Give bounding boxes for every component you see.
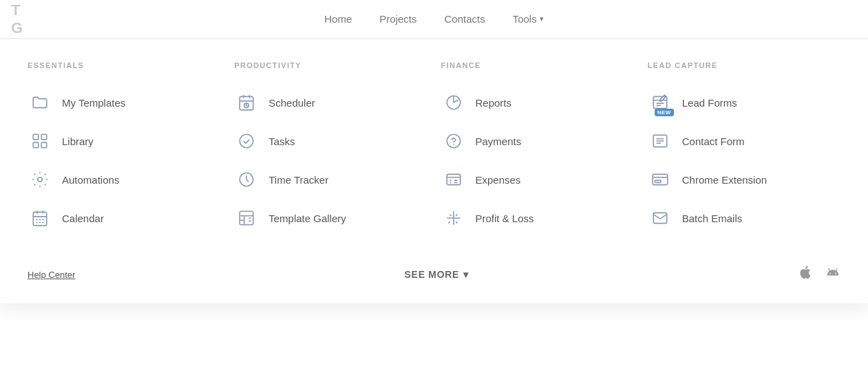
chrome-extension-label: Chrome Extension — [682, 174, 767, 186]
svg-rect-1 — [41, 134, 47, 140]
mega-menu: ESSENTIALS My Templates Library Automati… — [0, 39, 868, 303]
section-lead-capture-title: LEAD CAPTURE — [648, 61, 840, 69]
menu-item-expenses[interactable]: Expenses — [441, 160, 634, 199]
svg-point-12 — [447, 134, 461, 148]
svg-rect-2 — [33, 142, 39, 148]
help-center-link[interactable]: Help Center — [28, 270, 75, 280]
nav-projects-link[interactable]: Projects — [379, 13, 416, 25]
android-icon[interactable] — [825, 265, 840, 284]
nav-contacts-link[interactable]: Contacts — [444, 13, 485, 25]
section-lead-capture: LEAD CAPTURE NEW Lead Forms Contact Form — [648, 61, 840, 237]
section-essentials-title: ESSENTIALS — [28, 61, 220, 69]
contact-form-icon — [648, 129, 673, 153]
menu-item-my-templates[interactable]: My Templates — [28, 83, 220, 122]
menu-item-batch-emails[interactable]: Batch Emails — [648, 199, 840, 237]
svg-rect-17 — [655, 180, 661, 182]
contact-form-label: Contact Form — [682, 136, 745, 147]
my-templates-label: My Templates — [62, 97, 125, 109]
new-badge: NEW — [655, 109, 674, 116]
menu-item-tasks[interactable]: Tasks — [234, 122, 427, 160]
nav-tools-label: Tools — [513, 13, 537, 25]
nav-home-link[interactable]: Home — [324, 13, 352, 25]
menu-grid: ESSENTIALS My Templates Library Automati… — [28, 61, 840, 237]
lead-forms-label: Lead Forms — [682, 97, 737, 109]
nav-projects[interactable]: Projects — [379, 13, 416, 25]
section-productivity-title: PRODUCTIVITY — [234, 61, 427, 69]
see-more-label: SEE MORE — [405, 269, 460, 280]
nav-home[interactable]: Home — [324, 13, 352, 25]
menu-footer: Help Center SEE MORE ▾ — [28, 254, 840, 284]
section-essentials: ESSENTIALS My Templates Library Automati… — [28, 61, 220, 237]
tasks-icon — [234, 129, 259, 153]
menu-item-automations[interactable]: Automations — [28, 160, 220, 199]
profit-loss-label: Profit & Loss — [476, 213, 534, 224]
menu-item-contact-form[interactable]: Contact Form — [648, 122, 840, 160]
time-tracker-label: Time Tracker — [268, 174, 328, 186]
reports-icon — [441, 90, 466, 115]
grid-icon — [28, 129, 52, 153]
library-label: Library — [62, 136, 94, 147]
svg-rect-10 — [240, 211, 254, 225]
profit-loss-icon — [441, 206, 466, 230]
menu-item-template-gallery[interactable]: Template Gallery — [234, 199, 427, 237]
see-more-chevron-icon: ▾ — [463, 269, 469, 280]
chrome-extension-icon — [648, 167, 673, 192]
section-finance-title: FINANCE — [441, 61, 634, 69]
menu-item-reports[interactable]: Reports — [441, 83, 634, 122]
scheduler-icon — [234, 90, 259, 115]
nav-contacts[interactable]: Contacts — [444, 13, 485, 25]
expenses-icon — [441, 167, 466, 192]
payments-label: Payments — [476, 136, 522, 147]
logo: T G — [11, 1, 22, 37]
batch-emails-label: Batch Emails — [682, 213, 743, 224]
app-store-icons — [798, 265, 840, 284]
template-gallery-icon — [234, 206, 259, 230]
clock-icon — [234, 167, 259, 192]
top-navigation: T G Home Projects Contacts Tools ▾ — [0, 0, 868, 39]
tasks-label: Tasks — [268, 136, 295, 147]
nav-links: Home Projects Contacts Tools ▾ — [324, 13, 543, 25]
menu-item-time-tracker[interactable]: Time Tracker — [234, 160, 427, 199]
section-finance: FINANCE Reports Payments Expenses — [441, 61, 634, 237]
svg-point-4 — [38, 177, 43, 182]
svg-rect-13 — [447, 174, 461, 184]
section-productivity: PRODUCTIVITY Scheduler Tasks Time Tracke… — [234, 61, 427, 237]
reports-label: Reports — [476, 97, 512, 109]
menu-item-lead-forms[interactable]: NEW Lead Forms — [648, 83, 840, 122]
template-gallery-label: Template Gallery — [268, 213, 346, 224]
menu-item-chrome-extension[interactable]: Chrome Extension — [648, 160, 840, 199]
tools-chevron-icon: ▾ — [540, 14, 544, 23]
svg-rect-3 — [41, 142, 47, 148]
nav-tools[interactable]: Tools ▾ — [513, 13, 544, 25]
svg-point-8 — [240, 134, 254, 148]
gear-icon — [28, 167, 52, 192]
calendar-icon — [28, 206, 52, 230]
expenses-label: Expenses — [476, 174, 521, 186]
scheduler-label: Scheduler — [268, 97, 315, 109]
calendar-label: Calendar — [62, 213, 104, 224]
automations-label: Automations — [62, 174, 119, 186]
svg-rect-18 — [653, 213, 667, 223]
see-more-button[interactable]: SEE MORE ▾ — [405, 269, 469, 280]
menu-item-scheduler[interactable]: Scheduler — [234, 83, 427, 122]
payments-icon — [441, 129, 466, 153]
folder-icon — [28, 90, 52, 115]
apple-icon[interactable] — [798, 265, 813, 284]
menu-item-calendar[interactable]: Calendar — [28, 199, 220, 237]
lead-forms-icon: NEW — [648, 90, 673, 115]
nav-tools-link[interactable]: Tools ▾ — [513, 13, 544, 25]
menu-item-payments[interactable]: Payments — [441, 122, 634, 160]
menu-item-library[interactable]: Library — [28, 122, 220, 160]
svg-rect-0 — [33, 134, 39, 140]
menu-item-profit-loss[interactable]: Profit & Loss — [441, 199, 634, 237]
batch-emails-icon — [648, 206, 673, 230]
svg-rect-16 — [653, 174, 668, 184]
